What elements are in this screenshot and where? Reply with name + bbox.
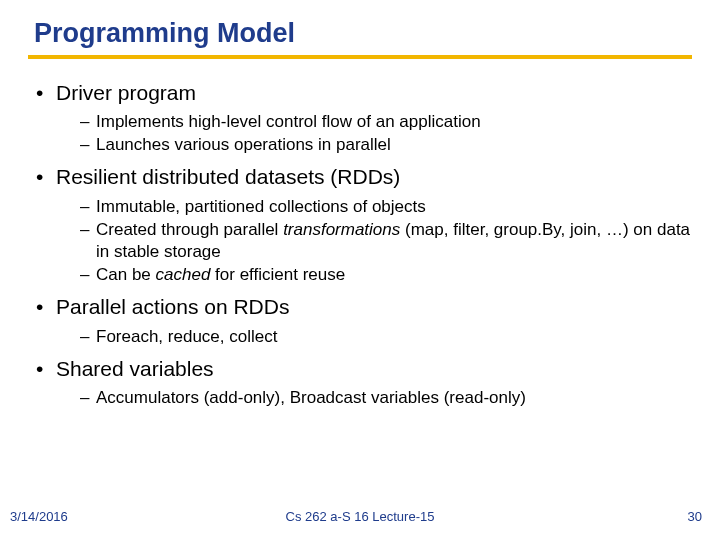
bullet-3: Parallel actions on RDDs	[36, 293, 692, 321]
footer-center: Cs 262 a-S 16 Lecture-15	[0, 509, 720, 524]
sub-bullet: Implements high-level control flow of an…	[80, 111, 692, 134]
sub-bullet: Created through parallel transformations…	[80, 219, 692, 265]
bullet-list: Driver program Implements high-level con…	[28, 79, 692, 410]
sub-bullet: Foreach, reduce, collect	[80, 326, 692, 349]
bullet-1: Driver program	[36, 79, 692, 107]
sub-bullet: Accumulators (add-only), Broadcast varia…	[80, 387, 692, 410]
sub-bullet: Immutable, partitioned collections of ob…	[80, 196, 692, 219]
slide: Programming Model Driver program Impleme…	[0, 0, 720, 540]
sub-bullet: Can be cached for efficient reuse	[80, 264, 692, 287]
title-rule	[28, 55, 692, 59]
footer: 3/14/2016 Cs 262 a-S 16 Lecture-15 30	[0, 509, 720, 524]
slide-title: Programming Model	[34, 18, 692, 49]
bullet-3-sub: Foreach, reduce, collect	[36, 326, 692, 349]
sub-bullet: Launches various operations in parallel	[80, 134, 692, 157]
footer-page: 30	[688, 509, 702, 524]
bullet-2-sub: Immutable, partitioned collections of ob…	[36, 196, 692, 288]
footer-date: 3/14/2016	[10, 509, 68, 524]
bullet-4-sub: Accumulators (add-only), Broadcast varia…	[36, 387, 692, 410]
bullet-1-sub: Implements high-level control flow of an…	[36, 111, 692, 157]
bullet-2: Resilient distributed datasets (RDDs)	[36, 163, 692, 191]
bullet-4: Shared variables	[36, 355, 692, 383]
